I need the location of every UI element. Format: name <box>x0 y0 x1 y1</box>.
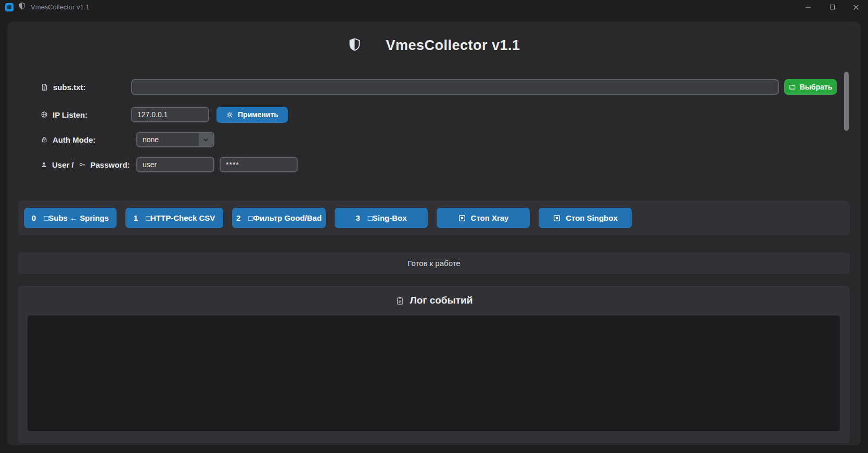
filter-good-bad-button[interactable]: 2 □Фильтр Good/Bad <box>232 208 326 228</box>
log-title: Лог событий <box>410 295 473 306</box>
stop-singbox-button[interactable]: Стоп Singbox <box>539 208 632 228</box>
gear-icon <box>226 111 234 119</box>
shield-icon <box>18 2 26 12</box>
main-panel: VmesCollector v1.1 subs.txt: Выбрать <box>7 22 861 445</box>
sing-box-button[interactable]: 3 □Sing-Box <box>335 208 428 228</box>
auth-mode-value: none <box>137 135 159 144</box>
maximize-button[interactable] <box>820 0 844 14</box>
subs-springs-button[interactable]: 0 □Subs ← Springs <box>24 208 117 228</box>
subs-file-row: subs.txt: Выбрать <box>41 79 837 95</box>
credentials-row: User / Password: <box>41 156 298 173</box>
stop-xray-button[interactable]: Стоп Xray <box>437 208 530 228</box>
password-input[interactable] <box>220 157 298 172</box>
chevron-down-icon[interactable] <box>199 133 213 146</box>
stop-icon <box>553 214 561 222</box>
http-check-csv-button[interactable]: 1 □HTTP-Check CSV <box>125 208 223 228</box>
ip-listen-row: IP Listen: Применить <box>41 106 288 123</box>
user-icon <box>41 161 47 168</box>
globe-icon <box>41 111 48 118</box>
page-title: VmesCollector v1.1 <box>386 37 520 54</box>
credentials-label: User / Password: <box>41 160 136 169</box>
log-header: Лог событий <box>18 295 850 306</box>
subs-file-label: subs.txt: <box>41 83 131 92</box>
minimize-button[interactable] <box>796 0 820 14</box>
status-message: Готов к работе <box>407 259 460 268</box>
lock-icon <box>41 136 48 143</box>
auth-mode-select[interactable]: none <box>136 132 214 147</box>
username-input[interactable] <box>136 157 214 172</box>
window-title: VmesCollector v1.1 <box>31 3 90 11</box>
auth-mode-row: Auth Mode: none <box>41 131 214 148</box>
key-icon <box>79 161 86 168</box>
app-header: VmesCollector v1.1 <box>7 34 861 56</box>
status-bar: Готов к работе <box>18 253 850 274</box>
apply-button[interactable]: Применить <box>216 107 288 123</box>
document-icon <box>41 83 48 91</box>
clipboard-icon <box>395 296 404 305</box>
log-output[interactable] <box>28 316 840 431</box>
stop-icon <box>458 214 466 222</box>
app-icon <box>5 3 14 11</box>
scrollbar-thumb[interactable] <box>844 72 849 131</box>
actions-panel: 0 □Subs ← Springs 1 □HTTP-Check CSV 2 □Ф… <box>18 200 850 235</box>
log-panel: Лог событий <box>18 286 850 443</box>
auth-mode-label: Auth Mode: <box>41 135 136 144</box>
close-button[interactable] <box>844 0 868 14</box>
titlebar: VmesCollector v1.1 <box>0 0 868 14</box>
folder-icon <box>789 83 796 91</box>
ip-listen-label: IP Listen: <box>41 110 131 119</box>
shield-logo-icon <box>348 36 362 55</box>
choose-file-button[interactable]: Выбрать <box>784 79 837 95</box>
subs-file-input[interactable] <box>131 79 779 95</box>
window-controls <box>796 0 868 14</box>
ip-listen-input[interactable] <box>131 107 209 122</box>
